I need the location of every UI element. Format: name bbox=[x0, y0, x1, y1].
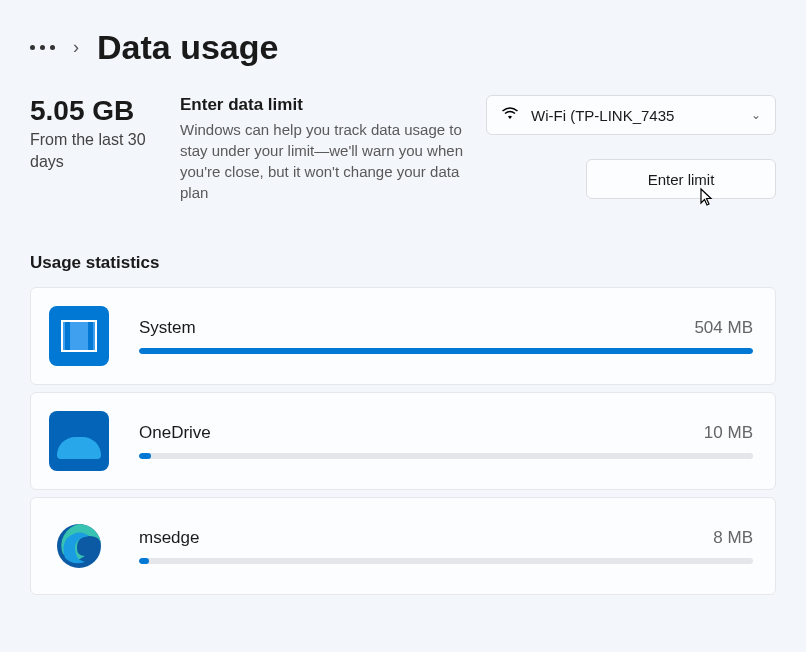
data-limit-section: Enter data limit Windows can help you tr… bbox=[180, 95, 476, 203]
network-name: Wi-Fi (TP-LINK_7435 bbox=[531, 107, 739, 124]
enter-limit-button[interactable]: Enter limit bbox=[586, 159, 776, 199]
right-column: Wi-Fi (TP-LINK_7435 ⌄ Enter limit bbox=[486, 95, 776, 203]
app-name: System bbox=[139, 318, 196, 338]
app-name: msedge bbox=[139, 528, 199, 548]
limit-heading: Enter data limit bbox=[180, 95, 476, 115]
wifi-icon bbox=[501, 106, 519, 124]
app-size: 504 MB bbox=[694, 318, 753, 338]
more-icon[interactable] bbox=[30, 45, 55, 50]
app-size: 8 MB bbox=[713, 528, 753, 548]
msedge-icon bbox=[49, 516, 109, 576]
app-name: OneDrive bbox=[139, 423, 211, 443]
usage-row-msedge[interactable]: msedge 8 MB bbox=[30, 497, 776, 595]
app-size: 10 MB bbox=[704, 423, 753, 443]
chevron-down-icon: ⌄ bbox=[751, 108, 761, 122]
cursor-icon bbox=[699, 187, 715, 212]
system-icon bbox=[49, 306, 109, 366]
total-value: 5.05 GB bbox=[30, 95, 170, 127]
network-dropdown[interactable]: Wi-Fi (TP-LINK_7435 ⌄ bbox=[486, 95, 776, 135]
breadcrumb-header: › Data usage bbox=[30, 28, 776, 67]
usage-stats-heading: Usage statistics bbox=[30, 253, 776, 273]
usage-fill bbox=[139, 453, 151, 459]
chevron-right-icon: › bbox=[73, 37, 79, 58]
summary-row: 5.05 GB From the last 30 days Enter data… bbox=[30, 95, 776, 203]
usage-fill bbox=[139, 348, 753, 354]
usage-row-onedrive[interactable]: OneDrive 10 MB bbox=[30, 392, 776, 490]
onedrive-icon bbox=[49, 411, 109, 471]
total-usage: 5.05 GB From the last 30 days bbox=[30, 95, 170, 203]
total-period: From the last 30 days bbox=[30, 129, 170, 174]
page-title: Data usage bbox=[97, 28, 278, 67]
usage-bar bbox=[139, 453, 753, 459]
usage-bar bbox=[139, 348, 753, 354]
enter-limit-label: Enter limit bbox=[648, 171, 715, 188]
limit-description: Windows can help you track data usage to… bbox=[180, 119, 470, 203]
usage-fill bbox=[139, 558, 149, 564]
usage-row-system[interactable]: System 504 MB bbox=[30, 287, 776, 385]
usage-bar bbox=[139, 558, 753, 564]
